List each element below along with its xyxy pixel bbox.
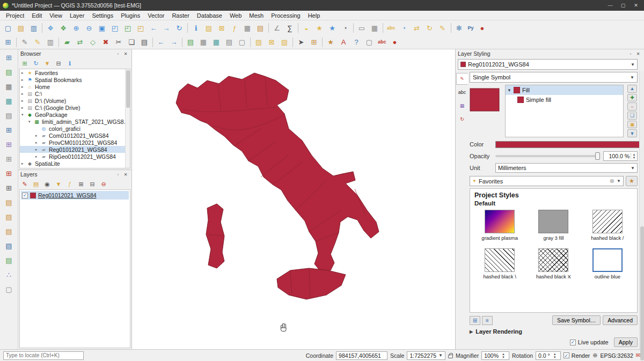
scale-select[interactable]: 1:7252275 ▼ — [407, 351, 445, 360]
symbol-tree-simple-fill[interactable]: Simple fill — [506, 95, 623, 105]
add-vector-layer-button[interactable]: ▤ — [2, 65, 16, 79]
lock-symbol-layer-button[interactable]: ▣ — [627, 121, 637, 129]
live-update-checkbox[interactable]: Live update — [570, 339, 609, 345]
menu-help[interactable]: Help — [304, 12, 324, 19]
add-vector-tile-layer-button[interactable]: ▤ — [2, 254, 16, 267]
tab-history[interactable]: ↻ — [456, 113, 468, 125]
browser-scrollbar[interactable] — [125, 69, 130, 168]
select-features-toolbar-button[interactable]: ▨ — [252, 36, 265, 48]
open-project-button[interactable]: ▤ — [14, 22, 27, 34]
layer-rendering-section[interactable]: ▶ Layer Rendering — [470, 328, 638, 335]
add-mesh-layer-button[interactable]: ▦ — [2, 94, 16, 108]
close-panel-button[interactable]: ✕ — [122, 171, 129, 178]
menu-mesh[interactable]: Mesh — [245, 12, 267, 19]
collapse-all-button[interactable]: ⊟ — [87, 179, 98, 189]
move-down-button[interactable]: ▼ — [627, 129, 637, 137]
zoom-native-button[interactable]: ▣ — [96, 22, 108, 34]
manage-map-themes-button[interactable]: ◉ — [42, 179, 53, 189]
save-layer-edits-button[interactable]: ▥ — [44, 36, 57, 48]
measure-button[interactable]: ∠ — [270, 22, 283, 34]
change-label-button[interactable]: ✎ — [436, 22, 449, 34]
plugin-button[interactable]: ● — [476, 22, 489, 34]
annotation-toolbar-button[interactable]: A — [337, 36, 350, 48]
symbol-tree-fill[interactable]: ▼ Fill — [506, 85, 623, 95]
crs-indicator[interactable]: EPSG:32632 — [600, 352, 633, 359]
delete-selected-button[interactable]: ✖ — [99, 36, 112, 48]
browser-item-ripgeo[interactable]: ▸ ▰ RipGeo01012021_WGS84 — [20, 153, 130, 160]
zoom-full-button[interactable]: ◰ — [108, 22, 121, 34]
copy-features-button[interactable]: ❏ — [125, 36, 138, 48]
current-edits-button[interactable]: ✎ — [18, 36, 31, 48]
decorations-button[interactable]: abc — [376, 36, 389, 48]
expand-all-button[interactable]: ⊞ — [76, 179, 86, 189]
select-by-expression-button[interactable]: ƒ — [228, 22, 241, 34]
style-outline-blue[interactable]: outline blue — [582, 248, 633, 279]
add-delimited-text-layer-button[interactable]: ▤ — [223, 36, 236, 48]
plugin-extra-button[interactable]: ● — [389, 36, 401, 48]
temporal-controller-button[interactable]: ◔ — [339, 22, 352, 34]
vertex-tool-button[interactable]: ◇ — [86, 36, 99, 48]
open-layer-styling-button[interactable]: ✎ — [19, 179, 30, 189]
menu-edit[interactable]: Edit — [28, 12, 46, 19]
browser-item-drive-c[interactable]: ▸ ▤ C:\ — [20, 90, 130, 97]
browser-item-home[interactable]: ▸ ⌂ Home — [20, 83, 130, 90]
add-wcs-layer-button[interactable]: ▤ — [2, 210, 16, 224]
select-features-button[interactable]: ▨ — [202, 22, 215, 34]
new-bookmark-button[interactable]: ★ — [313, 22, 326, 34]
maximize-button[interactable]: ▢ — [617, 1, 629, 10]
browser-item-spatial-bookmarks[interactable]: ▸ ⚑ Spatial Bookmarks — [20, 76, 130, 83]
icon-view-button[interactable]: ⊞ — [470, 316, 480, 325]
move-feature-button[interactable]: ⇄ — [74, 36, 86, 48]
open-data-source-manager-button[interactable]: ⊞ — [2, 36, 14, 48]
identify-features-button[interactable]: ℹ — [189, 22, 202, 34]
new-print-layout-button[interactable]: ▭ — [355, 22, 368, 34]
browser-item-com[interactable]: ▸ ▰ Com01012021_WGS84 — [20, 132, 130, 139]
style-gradient-plasma[interactable]: gradient plasma — [474, 210, 525, 241]
browser-item-provcm[interactable]: ▸ ▰ ProvCM01012021_WGS84 — [20, 139, 130, 146]
style-manager-button[interactable]: ★ — [626, 176, 638, 186]
opacity-slider[interactable] — [495, 155, 600, 157]
style-hashed-black-slash[interactable]: hashed black / — [582, 210, 633, 241]
float-panel-button[interactable]: ▫ — [114, 50, 122, 57]
rotate-label-button[interactable]: ↻ — [423, 22, 436, 34]
show-bookmarks-button[interactable]: ★ — [326, 22, 339, 34]
style-gray-3-fill[interactable]: gray 3 fill — [528, 210, 579, 241]
add-mssql-layer-button[interactable]: ⊞ — [2, 152, 16, 166]
duplicate-symbol-layer-button[interactable]: ❏ — [627, 112, 637, 120]
tab-3d-view[interactable]: ▦ — [456, 100, 468, 112]
menu-raster[interactable]: Raster — [168, 12, 193, 19]
tab-symbology[interactable]: ✎ — [456, 73, 468, 85]
python-console-button[interactable]: Py — [466, 22, 476, 34]
add-polygon-feature-button[interactable]: ▰ — [61, 36, 74, 48]
advanced-button[interactable]: Advanced — [603, 315, 638, 325]
browser-item-favorites[interactable]: ▸ ★ Favorites — [20, 69, 130, 76]
undo-button[interactable]: ← — [155, 36, 167, 48]
data-source-manager-button[interactable]: ⊞ — [2, 51, 16, 64]
spinner-arrows-icon[interactable]: ▲▼ — [631, 153, 637, 159]
add-wms-layer-button[interactable]: ▤ — [2, 196, 16, 209]
save-symbol-button[interactable]: Save Symbol… — [552, 315, 601, 325]
style-hashed-black-x[interactable]: hashed black X — [528, 248, 579, 279]
new-virtual-layer-button[interactable]: ▢ — [2, 283, 16, 296]
tab-labels[interactable]: abc — [456, 86, 468, 98]
close-panel-button[interactable]: ✕ — [634, 50, 642, 57]
apply-button[interactable]: Apply — [614, 337, 638, 347]
renderer-select[interactable]: Single Symbol ▼ — [470, 72, 638, 83]
menu-settings[interactable]: Settings — [88, 12, 117, 19]
select-by-value-button[interactable]: ▨ — [278, 36, 291, 48]
browser-item-drive-d[interactable]: ▸ ▤ D:\ (Volume) — [20, 97, 130, 104]
add-spatialite-layer-button[interactable]: ⊞ — [2, 138, 16, 151]
save-project-button[interactable]: ▥ — [27, 22, 40, 34]
refresh-map-button[interactable]: ↻ — [173, 22, 186, 34]
add-arcgis-rest-layer-button[interactable]: ▤ — [2, 239, 16, 253]
add-oracle-layer-button[interactable]: ⊞ — [2, 167, 16, 180]
float-panel-button[interactable]: ▫ — [627, 50, 634, 57]
filter-legend-button[interactable]: ▼ — [53, 179, 64, 189]
spinner-arrows-icon[interactable]: ▲▼ — [500, 352, 507, 359]
new-map-view-button[interactable]: ▢ — [363, 36, 376, 48]
menu-vector[interactable]: Vector — [144, 12, 168, 19]
zoom-next-button[interactable]: → — [160, 22, 173, 34]
move-label-button[interactable]: ⇄ — [411, 22, 423, 34]
add-group-button[interactable]: ▤ — [31, 179, 41, 189]
menu-processing[interactable]: Processing — [267, 12, 304, 19]
